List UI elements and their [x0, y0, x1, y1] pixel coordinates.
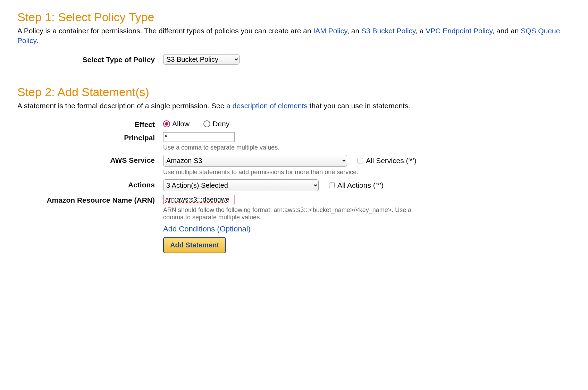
all-services-option[interactable]: All Services ('*')	[358, 156, 417, 165]
select-policy-type-row: Select Type of Policy S3 Bucket Policy	[17, 54, 571, 65]
principal-label: Principal	[17, 132, 163, 142]
actions-select[interactable]: 3 Action(s) Selected	[163, 179, 319, 191]
actions-label: Actions	[17, 179, 163, 189]
select-policy-type-label: Select Type of Policy	[17, 54, 163, 64]
sep: , a	[415, 27, 426, 35]
radio-unchecked-icon	[203, 120, 210, 127]
s3-bucket-policy-link[interactable]: S3 Bucket Policy	[361, 27, 415, 35]
step1-description: A Policy is a container for permissions.…	[17, 26, 571, 46]
aws-service-row: AWS Service Amazon S3 All Services ('*')…	[17, 155, 571, 176]
effect-row: Effect Allow Deny	[17, 119, 571, 129]
add-conditions-link[interactable]: Add Conditions (Optional)	[163, 224, 251, 233]
iam-policy-link[interactable]: IAM Policy	[313, 27, 347, 35]
arn-hint: ARN should follow the following format: …	[163, 206, 420, 221]
step1-desc-text: A Policy is a container for permissions.…	[17, 27, 313, 35]
sep: , and an	[492, 27, 521, 35]
step2-desc-suffix: that you can use in statements.	[310, 102, 411, 110]
effect-allow-label: Allow	[172, 120, 190, 128]
arn-input[interactable]	[163, 195, 235, 204]
step2-desc-text: A statement is the formal description of…	[17, 102, 226, 110]
principal-hint: Use a comma to separate multiple values.	[163, 144, 571, 151]
effect-radio-group: Allow Deny	[163, 119, 571, 128]
step1-title: Step 1: Select Policy Type	[17, 10, 571, 24]
principal-row: Principal Use a comma to separate multip…	[17, 132, 571, 151]
all-actions-option[interactable]: All Actions ('*')	[329, 181, 384, 189]
effect-allow-option[interactable]: Allow	[163, 120, 190, 128]
checkbox-icon	[358, 158, 363, 163]
policy-type-select[interactable]: S3 Bucket Policy	[163, 54, 240, 65]
step2-description: A statement is the formal description of…	[17, 101, 571, 111]
conditions-row: Add Conditions (Optional)	[17, 224, 571, 234]
add-statement-row: Add Statement	[17, 237, 571, 253]
principal-input[interactable]	[163, 132, 235, 142]
radio-checked-icon	[163, 120, 170, 127]
sep: .	[36, 36, 38, 44]
vpc-endpoint-policy-link[interactable]: VPC Endpoint Policy	[426, 27, 492, 35]
arn-row: Amazon Resource Name (ARN) ARN should fo…	[17, 195, 571, 221]
effect-label: Effect	[17, 119, 163, 129]
sep: , an	[347, 27, 361, 35]
effect-deny-option[interactable]: Deny	[203, 120, 229, 128]
effect-deny-label: Deny	[212, 120, 229, 128]
description-of-elements-link[interactable]: a description of elements	[226, 102, 307, 110]
all-actions-label: All Actions ('*')	[337, 181, 384, 189]
all-services-label: All Services ('*')	[366, 156, 417, 165]
actions-row: Actions 3 Action(s) Selected All Actions…	[17, 179, 571, 191]
step2-title: Step 2: Add Statement(s)	[17, 85, 571, 99]
aws-service-label: AWS Service	[17, 155, 163, 164]
add-statement-button[interactable]: Add Statement	[163, 237, 226, 253]
aws-service-select[interactable]: Amazon S3	[163, 155, 347, 167]
arn-label: Amazon Resource Name (ARN)	[17, 195, 163, 204]
checkbox-icon	[329, 183, 335, 188]
aws-service-hint: Use multiple statements to add permissio…	[163, 169, 571, 176]
